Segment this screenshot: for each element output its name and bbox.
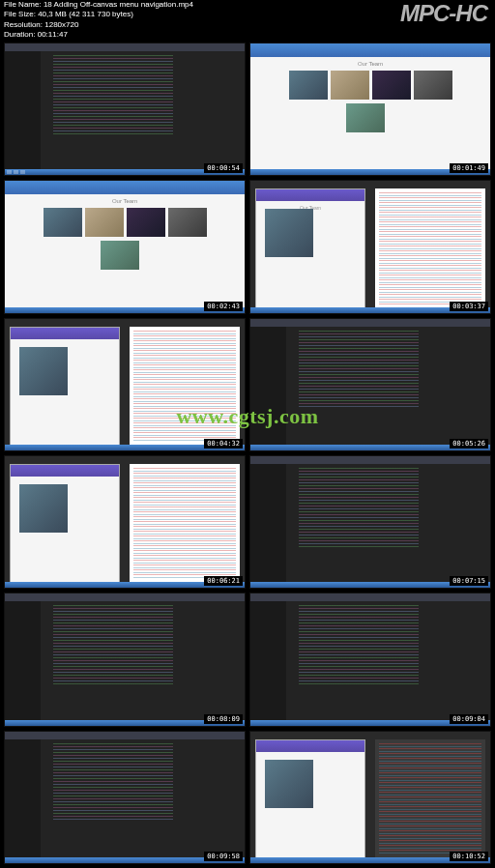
resolution-value: 1280x720 xyxy=(44,20,78,29)
split-devtools-pane xyxy=(130,464,240,583)
thumbnail-timestamp: 00:03:37 xyxy=(450,302,488,311)
resolution-label: Resolution: xyxy=(4,20,43,29)
thumbnail: 00:09:58 xyxy=(4,731,246,864)
thumbnail: Our Team 00:03:37 xyxy=(249,180,491,313)
duration-label: Duration: xyxy=(4,30,35,39)
thumbnail: 00:00:54 xyxy=(4,43,246,176)
thumbnail-content-split xyxy=(5,456,245,588)
thumbnail-content-split: Our Team xyxy=(250,181,490,312)
filesize-value: 40,3 MB (42 311 730 bytes) xyxy=(38,10,133,18)
team-photo xyxy=(101,241,139,270)
thumbnail-timestamp: 00:10:52 xyxy=(450,852,488,861)
team-photo xyxy=(346,103,385,132)
thumbnail-content-browser: Our Team xyxy=(250,43,490,175)
thumbnail-grid: 00:00:54 Our Team 00:01:49 Our Team xyxy=(4,43,491,864)
thumbnail-timestamp: 00:07:15 xyxy=(450,576,488,586)
team-photo xyxy=(414,71,452,100)
split-browser-pane xyxy=(255,739,365,858)
filesize-row: File Size: 40,3 MB (42 311 730 bytes) xyxy=(4,10,193,19)
thumbnail: 00:06:21 xyxy=(4,455,246,589)
team-photo xyxy=(85,208,124,237)
team-photo xyxy=(331,71,369,100)
filesize-label: File Size: xyxy=(4,10,36,18)
split-browser-pane xyxy=(10,327,120,446)
team-photo xyxy=(127,208,165,237)
thumbnail: Our Team 00:01:49 xyxy=(249,43,491,176)
thumbnail-timestamp: 00:02:43 xyxy=(204,302,243,311)
thumbnail-content-editor xyxy=(250,456,490,588)
thumbnail-timestamp: 00:08:09 xyxy=(204,714,243,724)
team-photo xyxy=(289,71,328,100)
team-photo xyxy=(372,71,411,100)
thumbnail-content-split xyxy=(250,732,490,863)
thumbnail-timestamp: 00:09:58 xyxy=(204,852,243,861)
thumbnail-timestamp: 00:00:54 xyxy=(204,163,243,173)
team-photo xyxy=(19,484,68,533)
split-browser-pane: Our Team xyxy=(255,188,365,307)
watermark-text: www.cgtsj.com xyxy=(176,404,318,429)
page-title: Our Team xyxy=(5,198,245,204)
team-photo xyxy=(19,347,68,395)
thumbnail-content-split xyxy=(5,319,245,450)
split-browser-pane xyxy=(10,464,120,583)
thumbnail: 00:04:32 xyxy=(4,318,246,451)
thumbnail: 00:05:26 xyxy=(249,318,491,451)
thumbnail: 00:07:15 xyxy=(249,455,491,589)
team-photos-row xyxy=(275,71,466,100)
thumbnail-timestamp: 00:04:32 xyxy=(204,439,243,448)
video-info-header: File Name: 18 Adding Off-canvas menu nav… xyxy=(4,0,193,41)
thumbnail-content-editor xyxy=(5,732,245,863)
duration-value: 00:11:47 xyxy=(38,30,68,39)
team-photo xyxy=(265,760,313,808)
team-photo xyxy=(168,208,207,237)
thumbnail-timestamp: 00:05:26 xyxy=(450,439,488,448)
filename-row: File Name: 18 Adding Off-canvas menu nav… xyxy=(4,0,193,10)
team-photo xyxy=(265,209,313,257)
filename-label: File Name: xyxy=(4,0,42,9)
resolution-row: Resolution: 1280x720 xyxy=(4,20,193,30)
thumbnail-content-editor xyxy=(250,319,490,450)
split-devtools-pane xyxy=(375,188,485,307)
thumbnail-timestamp: 00:09:04 xyxy=(450,714,488,724)
thumbnail-timestamp: 00:06:21 xyxy=(204,576,243,586)
thumbnail: 00:09:04 xyxy=(249,593,491,726)
split-editor-pane xyxy=(375,739,485,858)
filename-value: 18 Adding Off-canvas menu navigation.mp4 xyxy=(44,0,193,9)
thumbnail-content-editor xyxy=(250,593,490,725)
thumbnail-content-editor xyxy=(5,43,245,175)
team-photos-row xyxy=(29,208,220,237)
thumbnail: 00:08:09 xyxy=(4,593,246,726)
duration-row: Duration: 00:11:47 xyxy=(4,30,193,40)
thumbnail-content-editor xyxy=(5,593,245,725)
thumbnail-timestamp: 00:01:49 xyxy=(450,163,488,173)
thumbnail: Our Team 00:02:43 xyxy=(4,180,246,313)
thumbnail: 00:10:52 xyxy=(249,731,491,864)
page-title: Our Team xyxy=(250,61,490,67)
thumbnail-content-browser: Our Team xyxy=(5,181,245,312)
team-photo xyxy=(44,208,82,237)
